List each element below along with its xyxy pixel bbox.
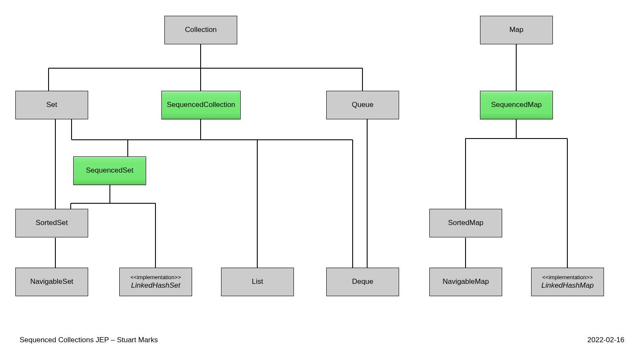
node-label: List — [252, 277, 263, 286]
node-queue: Queue — [326, 91, 399, 119]
node-label: Deque — [352, 277, 373, 286]
node-sorted-set: SortedSet — [15, 209, 88, 237]
node-label: SortedMap — [448, 219, 483, 227]
node-sequenced-set: SequencedSet — [73, 156, 146, 185]
node-label: SequencedSet — [86, 166, 134, 175]
node-label: Set — [46, 101, 58, 109]
node-label: NavigableMap — [443, 277, 489, 286]
node-linked-hash-map: <<implementation>> LinkedHashMap — [531, 268, 604, 296]
node-label: Collection — [185, 26, 217, 34]
node-label: SequencedMap — [491, 101, 542, 109]
footer-date: 2022-02-16 — [587, 336, 624, 344]
footer-title: Sequenced Collections JEP – Stuart Marks — [20, 336, 158, 344]
node-label: LinkedHashMap — [541, 281, 594, 290]
node-sequenced-collection: SequencedCollection — [161, 91, 241, 119]
node-label: SequencedCollection — [167, 101, 236, 109]
node-sequenced-map: SequencedMap — [480, 91, 553, 119]
node-stereotype: <<implementation>> — [130, 274, 181, 281]
node-label: Map — [509, 26, 523, 34]
node-collection: Collection — [164, 16, 237, 44]
node-list: List — [221, 268, 294, 296]
node-map: Map — [480, 16, 553, 44]
node-label: LinkedHashSet — [131, 281, 180, 290]
node-label: NavigableSet — [30, 277, 73, 286]
node-navigable-map: NavigableMap — [429, 268, 502, 296]
node-label: SortedSet — [36, 219, 68, 227]
node-label: Queue — [352, 101, 374, 109]
node-navigable-set: NavigableSet — [15, 268, 88, 296]
node-deque: Deque — [326, 268, 399, 296]
node-linked-hash-set: <<implementation>> LinkedHashSet — [119, 268, 192, 296]
node-sorted-map: SortedMap — [429, 209, 502, 237]
node-set: Set — [15, 91, 88, 119]
node-stereotype: <<implementation>> — [542, 274, 593, 281]
